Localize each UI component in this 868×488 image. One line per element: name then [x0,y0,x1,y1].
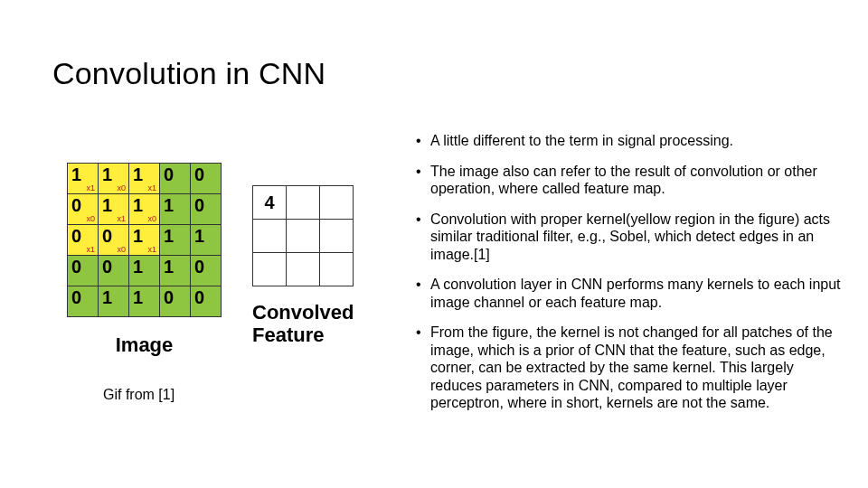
convolved-label: Convolved Feature [252,301,354,347]
kernel-weight-label: x1 [147,183,156,192]
image-matrix-block: 1x11x01x1000x01x11x0100x10x01x1110011001… [67,163,222,357]
kernel-weight-label: x1 [86,183,95,192]
image-cell: 0 [191,256,222,286]
bullet-item: From the figure, the kernel is not chang… [416,324,841,412]
convolved-cell [320,220,354,253]
convolved-cell [287,253,320,286]
image-cell: 1 [191,225,222,256]
image-cell: 0 [191,286,222,317]
image-cell: 0 [99,256,129,286]
kernel-weight-label: x1 [117,214,126,223]
kernel-weight-label: x0 [86,214,95,223]
image-cell: 1 [129,256,160,286]
slide: Convolution in CNN 1x11x01x1000x01x11x01… [0,0,868,488]
image-cell: 1 [160,256,191,286]
bullet-list: A little different to the term in signal… [416,132,841,425]
figure-area: 1x11x01x1000x01x11x0100x10x01x1110011001… [67,163,392,357]
image-cell: 1 [99,286,129,317]
kernel-weight-label: x1 [86,245,95,254]
image-cell: 1x1 [99,194,129,225]
image-cell: 0 [160,286,191,317]
slide-title: Convolution in CNN [52,56,326,91]
image-cell: 1x1 [129,225,160,256]
bullet-item: Convolution with proper kernel(yellow re… [416,211,841,264]
image-cell: 1x0 [129,194,160,225]
kernel-weight-label: x0 [147,214,156,223]
bullet-item: The image also can refer to the result o… [416,163,841,198]
convolved-cell [287,186,320,220]
bullet-item: A little different to the term in signal… [416,132,841,150]
convolved-cell: 4 [253,186,287,220]
kernel-weight-label: x0 [117,245,126,254]
bullet-item: A convolution layer in CNN performs many… [416,276,841,311]
image-cell: 0x0 [99,225,129,256]
kernel-weight-label: x0 [117,183,126,192]
image-cell: 0x1 [68,225,99,256]
image-cell: 0 [68,286,99,317]
convolved-cell [320,253,354,286]
gif-caption: Gif from [1] [103,387,175,403]
image-cell: 1x1 [129,164,160,194]
convolved-cell [287,220,320,253]
image-matrix: 1x11x01x1000x01x11x0100x10x01x1110011001… [67,163,222,317]
image-matrix-label: Image [67,333,222,357]
convolved-cell [320,186,354,220]
convolved-cell [253,220,287,253]
convolved-label-line1: Convolved [252,301,354,324]
convolved-block: 4 Convolved Feature [252,185,354,347]
image-cell: 0 [68,256,99,286]
convolved-matrix: 4 [252,185,354,286]
kernel-weight-label: x1 [147,245,156,254]
image-cell: 0 [160,164,191,194]
image-cell: 1 [160,225,191,256]
convolved-cell [253,253,287,286]
image-cell: 0 [191,164,222,194]
convolved-label-line2: Feature [252,324,324,346]
image-cell: 0x0 [68,194,99,225]
figure-row: 1x11x01x1000x01x11x0100x10x01x1110011001… [67,163,392,357]
image-cell: 1 [160,194,191,225]
image-cell: 1 [129,286,160,317]
image-cell: 0 [191,194,222,225]
image-cell: 1x1 [68,164,99,194]
image-cell: 1x0 [99,164,129,194]
